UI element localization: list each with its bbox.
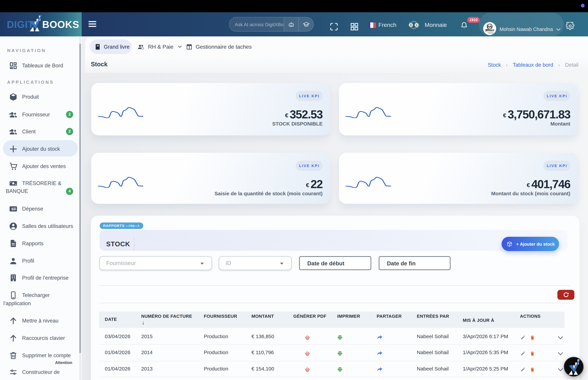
svg-text:Fashion: Fashion	[488, 32, 494, 34]
svg-text:$: $	[410, 23, 412, 27]
svg-text:$: $	[11, 207, 13, 211]
svg-text:€: €	[416, 23, 417, 27]
svg-text:NA: NA	[487, 25, 492, 28]
